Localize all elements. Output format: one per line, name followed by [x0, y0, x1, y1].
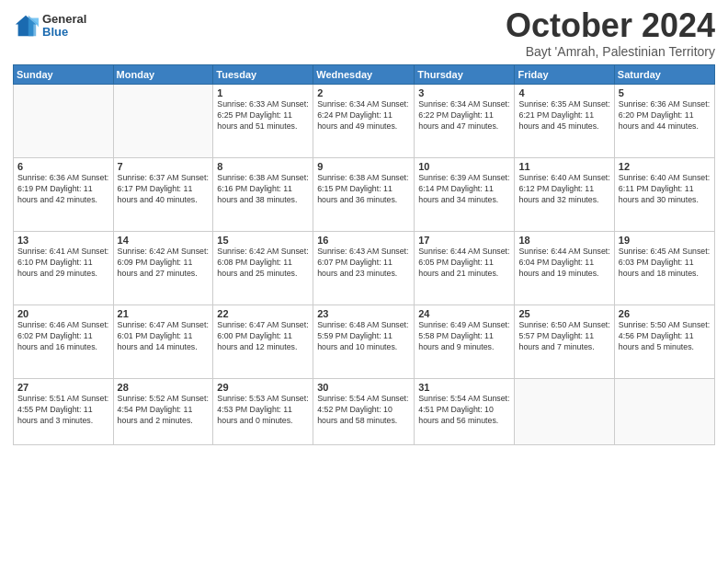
table-row: 12Sunrise: 6:40 AM Sunset: 6:11 PM Dayli… [614, 158, 714, 232]
table-row: 17Sunrise: 6:44 AM Sunset: 6:05 PM Dayli… [415, 232, 515, 305]
day-info: Sunrise: 5:52 AM Sunset: 4:54 PM Dayligh… [118, 394, 210, 427]
table-row: 14Sunrise: 6:42 AM Sunset: 6:09 PM Dayli… [113, 232, 213, 305]
day-number: 10 [418, 161, 510, 172]
table-row: 28Sunrise: 5:52 AM Sunset: 4:54 PM Dayli… [113, 379, 213, 445]
table-row: 20Sunrise: 6:46 AM Sunset: 6:02 PM Dayli… [14, 305, 114, 379]
table-row: 26Sunrise: 5:50 AM Sunset: 4:56 PM Dayli… [614, 305, 714, 379]
day-number: 29 [217, 382, 309, 393]
table-row: 18Sunrise: 6:44 AM Sunset: 6:04 PM Dayli… [515, 232, 614, 305]
day-info: Sunrise: 5:54 AM Sunset: 4:52 PM Dayligh… [317, 394, 410, 427]
table-row: 13Sunrise: 6:41 AM Sunset: 6:10 PM Dayli… [14, 232, 114, 305]
table-row: 22Sunrise: 6:47 AM Sunset: 6:00 PM Dayli… [213, 305, 313, 379]
week-row-2: 13Sunrise: 6:41 AM Sunset: 6:10 PM Dayli… [14, 232, 715, 305]
day-number: 31 [418, 382, 510, 393]
table-row: 7Sunrise: 6:37 AM Sunset: 6:17 PM Daylig… [113, 158, 213, 232]
header-tuesday: Tuesday [213, 65, 313, 85]
day-info: Sunrise: 6:34 AM Sunset: 6:22 PM Dayligh… [418, 99, 510, 132]
table-row: 23Sunrise: 6:48 AM Sunset: 5:59 PM Dayli… [313, 305, 415, 379]
day-info: Sunrise: 6:50 AM Sunset: 5:57 PM Dayligh… [518, 320, 609, 353]
table-row: 31Sunrise: 5:54 AM Sunset: 4:51 PM Dayli… [415, 379, 515, 445]
table-row: 5Sunrise: 6:36 AM Sunset: 6:20 PM Daylig… [614, 85, 714, 158]
page-container: General Blue October 2024 Bayt 'Amrah, P… [0, 0, 728, 454]
logo-blue-text: Blue [42, 26, 86, 39]
day-number: 7 [118, 161, 210, 172]
table-row: 15Sunrise: 6:42 AM Sunset: 6:08 PM Dayli… [213, 232, 313, 305]
day-number: 22 [217, 308, 309, 319]
day-number: 17 [418, 235, 510, 246]
day-number: 24 [418, 308, 510, 319]
day-number: 5 [619, 87, 711, 98]
day-number: 28 [118, 382, 210, 393]
table-row: 4Sunrise: 6:35 AM Sunset: 6:21 PM Daylig… [515, 85, 614, 158]
day-number: 6 [17, 161, 109, 172]
table-row [113, 85, 213, 158]
table-row [614, 379, 714, 445]
day-info: Sunrise: 6:33 AM Sunset: 6:25 PM Dayligh… [217, 99, 309, 132]
day-info: Sunrise: 6:43 AM Sunset: 6:07 PM Dayligh… [317, 247, 410, 280]
logo: General Blue [13, 13, 86, 40]
day-number: 27 [17, 382, 109, 393]
day-info: Sunrise: 6:34 AM Sunset: 6:24 PM Dayligh… [317, 99, 410, 132]
table-row: 10Sunrise: 6:39 AM Sunset: 6:14 PM Dayli… [415, 158, 515, 232]
day-number: 26 [619, 308, 711, 319]
day-info: Sunrise: 6:36 AM Sunset: 6:19 PM Dayligh… [17, 173, 109, 206]
week-row-1: 6Sunrise: 6:36 AM Sunset: 6:19 PM Daylig… [14, 158, 715, 232]
day-number: 18 [518, 235, 609, 246]
day-info: Sunrise: 5:54 AM Sunset: 4:51 PM Dayligh… [418, 394, 510, 427]
day-info: Sunrise: 6:48 AM Sunset: 5:59 PM Dayligh… [317, 320, 410, 353]
week-row-0: 1Sunrise: 6:33 AM Sunset: 6:25 PM Daylig… [14, 85, 715, 158]
day-info: Sunrise: 6:47 AM Sunset: 6:01 PM Dayligh… [118, 320, 210, 353]
header-sunday: Sunday [14, 65, 114, 85]
day-info: Sunrise: 6:45 AM Sunset: 6:03 PM Dayligh… [619, 247, 711, 280]
day-number: 16 [317, 235, 410, 246]
day-info: Sunrise: 6:38 AM Sunset: 6:16 PM Dayligh… [217, 173, 309, 206]
header-thursday: Thursday [415, 65, 515, 85]
table-row: 24Sunrise: 6:49 AM Sunset: 5:58 PM Dayli… [415, 305, 515, 379]
table-row: 9Sunrise: 6:38 AM Sunset: 6:15 PM Daylig… [313, 158, 415, 232]
day-number: 21 [118, 308, 210, 319]
header-saturday: Saturday [614, 65, 714, 85]
location-subtitle: Bayt 'Amrah, Palestinian Territory [506, 44, 715, 59]
logo-text: General Blue [42, 13, 86, 40]
day-info: Sunrise: 5:50 AM Sunset: 4:56 PM Dayligh… [619, 320, 711, 353]
table-row: 16Sunrise: 6:43 AM Sunset: 6:07 PM Dayli… [313, 232, 415, 305]
logo-general-text: General [42, 13, 86, 26]
table-row: 21Sunrise: 6:47 AM Sunset: 6:01 PM Dayli… [113, 305, 213, 379]
page-header: General Blue October 2024 Bayt 'Amrah, P… [13, 9, 715, 59]
month-title: October 2024 [506, 9, 715, 42]
day-number: 30 [317, 382, 410, 393]
table-row: 1Sunrise: 6:33 AM Sunset: 6:25 PM Daylig… [213, 85, 313, 158]
table-row [515, 379, 614, 445]
header-monday: Monday [113, 65, 213, 85]
day-info: Sunrise: 6:38 AM Sunset: 6:15 PM Dayligh… [317, 173, 410, 206]
table-row: 11Sunrise: 6:40 AM Sunset: 6:12 PM Dayli… [515, 158, 614, 232]
week-row-3: 20Sunrise: 6:46 AM Sunset: 6:02 PM Dayli… [14, 305, 715, 379]
day-number: 14 [118, 235, 210, 246]
day-info: Sunrise: 6:42 AM Sunset: 6:09 PM Dayligh… [118, 247, 210, 280]
day-info: Sunrise: 6:40 AM Sunset: 6:12 PM Dayligh… [518, 173, 609, 206]
day-info: Sunrise: 6:44 AM Sunset: 6:04 PM Dayligh… [518, 247, 609, 280]
day-number: 19 [619, 235, 711, 246]
day-info: Sunrise: 6:46 AM Sunset: 6:02 PM Dayligh… [17, 320, 109, 353]
day-info: Sunrise: 6:44 AM Sunset: 6:05 PM Dayligh… [418, 247, 510, 280]
day-number: 12 [619, 161, 711, 172]
day-info: Sunrise: 6:35 AM Sunset: 6:21 PM Dayligh… [518, 99, 609, 132]
day-number: 4 [518, 87, 609, 98]
day-number: 25 [518, 308, 609, 319]
calendar-table: Sunday Monday Tuesday Wednesday Thursday… [13, 64, 715, 445]
day-info: Sunrise: 6:47 AM Sunset: 6:00 PM Dayligh… [217, 320, 309, 353]
title-area: October 2024 Bayt 'Amrah, Palestinian Te… [506, 9, 715, 59]
logo-icon [13, 13, 39, 39]
day-number: 1 [217, 87, 309, 98]
day-number: 23 [317, 308, 410, 319]
header-friday: Friday [515, 65, 614, 85]
day-info: Sunrise: 6:42 AM Sunset: 6:08 PM Dayligh… [217, 247, 309, 280]
day-info: Sunrise: 6:37 AM Sunset: 6:17 PM Dayligh… [118, 173, 210, 206]
table-row: 2Sunrise: 6:34 AM Sunset: 6:24 PM Daylig… [313, 85, 415, 158]
day-info: Sunrise: 6:41 AM Sunset: 6:10 PM Dayligh… [17, 247, 109, 280]
day-number: 13 [17, 235, 109, 246]
header-wednesday: Wednesday [313, 65, 415, 85]
table-row: 27Sunrise: 5:51 AM Sunset: 4:55 PM Dayli… [14, 379, 114, 445]
day-number: 3 [418, 87, 510, 98]
day-info: Sunrise: 6:49 AM Sunset: 5:58 PM Dayligh… [418, 320, 510, 353]
